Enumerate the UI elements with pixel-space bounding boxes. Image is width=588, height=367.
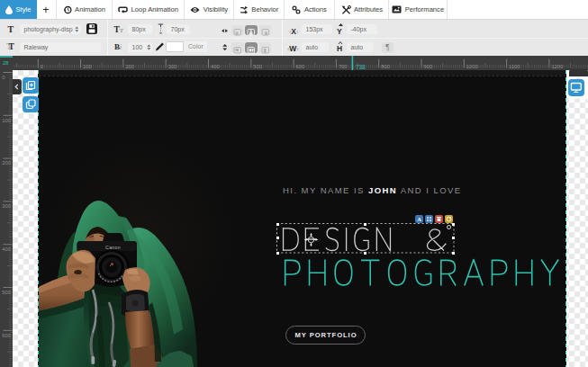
svg-text:738: 738 (356, 64, 366, 70)
svg-text:500: 500 (2, 290, 11, 295)
svg-text:900: 900 (424, 64, 433, 69)
svg-text:200: 200 (2, 160, 11, 166)
svg-text:300: 300 (168, 64, 177, 69)
svg-text:1100: 1100 (509, 64, 520, 69)
svg-text:400: 400 (211, 64, 220, 69)
svg-text:28: 28 (3, 60, 8, 66)
svg-text:0: 0 (2, 75, 5, 80)
svg-text:600: 600 (2, 333, 11, 338)
svg-text:1000: 1000 (466, 64, 478, 69)
svg-text:100: 100 (83, 64, 92, 69)
svg-text:1200: 1200 (551, 64, 563, 69)
svg-text:600: 600 (296, 64, 305, 69)
svg-text:200: 200 (125, 64, 134, 69)
svg-text:700: 700 (339, 64, 348, 69)
svg-text:500: 500 (253, 64, 262, 69)
svg-text:300: 300 (2, 203, 11, 209)
svg-text:800: 800 (381, 64, 390, 69)
svg-text:400: 400 (2, 246, 11, 252)
svg-text:100: 100 (2, 118, 11, 123)
svg-text:0: 0 (41, 64, 43, 69)
